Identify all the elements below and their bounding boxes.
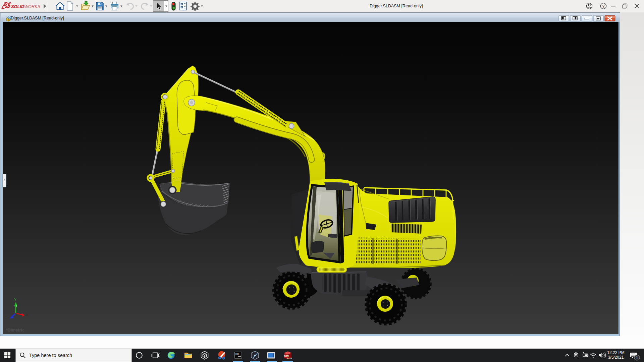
svg-text:?: ?	[602, 4, 605, 9]
svg-text:2021: 2021	[287, 357, 292, 360]
svg-text:1: 1	[636, 356, 638, 360]
svg-text:DIN: DIN	[235, 353, 239, 355]
svg-text:SOLID: SOLID	[11, 4, 24, 9]
svg-text:WORKS: WORKS	[24, 4, 41, 9]
